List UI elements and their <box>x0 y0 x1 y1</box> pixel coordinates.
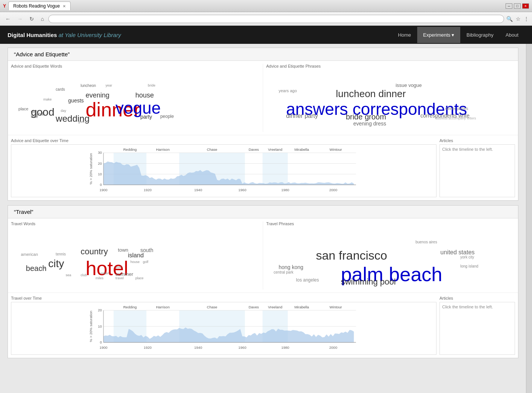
word-american: american <box>21 252 38 257</box>
topic-body-advice: Advice and Etiquette Wordsdinnervoguegoo… <box>8 61 518 135</box>
brand-part1: Digital Humanities <box>8 32 57 38</box>
phrases-cloud-travel: palm beachsan franciscoswimming poolunit… <box>266 228 515 289</box>
topic-body-travel: Travel Wordshotelcitycountrybeachislands… <box>8 218 518 292</box>
nav-home[interactable]: Home <box>392 27 417 43</box>
search-icon[interactable]: 🔍 <box>506 16 513 22</box>
sections-container: “Advice and Etiquette”Advice and Etiquet… <box>8 48 518 358</box>
window-controls: ─ □ ✕ <box>506 3 529 9</box>
svg-text:1900: 1900 <box>99 345 107 350</box>
word-place: place <box>19 107 28 111</box>
chart-label-travel: Travel over Time <box>11 296 436 300</box>
word-bride: bride <box>148 84 155 87</box>
chart-area-advice[interactable]: ReddingHarrisonChaseDavesVreelandMirabel… <box>11 144 436 197</box>
articles-box-advice[interactable]: Click the timeline to the left. <box>439 144 515 197</box>
word-york: york <box>116 266 122 269</box>
topic-header-advice: “Advice and Etiquette” <box>8 48 518 61</box>
chart-label-advice: Advice and Etiquette over Time <box>11 138 436 143</box>
svg-text:0: 0 <box>100 340 102 344</box>
phrase-buenos-aires: buenos aires <box>415 240 437 244</box>
svg-text:% > 20% saturation: % > 20% saturation <box>89 153 93 184</box>
url-input[interactable]: dh.library.yale.edu/projects/vogue/topic… <box>53 16 499 22</box>
word-country: country <box>81 248 108 256</box>
phrases-panel-advice: Advice and Etiquette Phrasesanswers corr… <box>266 64 515 132</box>
svg-text:2000: 2000 <box>329 345 337 350</box>
bookmark-icon[interactable]: ☆ <box>516 16 521 22</box>
svg-text:1980: 1980 <box>281 188 289 192</box>
reload-button[interactable]: ↻ <box>27 15 36 23</box>
articles-box-travel[interactable]: Click the timeline to the left. <box>439 302 515 355</box>
word-tennis: tennis <box>56 252 66 256</box>
site-brand: Digital Humanities at Yale University Li… <box>8 32 121 38</box>
phrase-dinner-party: dinner party <box>286 113 318 119</box>
main-content: “Advice and Etiquette”Advice and Etiquet… <box>0 44 526 393</box>
topic-section-travel: “Travel”Travel Wordshotelcitycountrybeac… <box>8 205 518 358</box>
word-house: house <box>136 92 154 99</box>
phrase-san-francisco: san francisco <box>316 249 387 261</box>
word-house: house <box>130 260 140 264</box>
phrase-swimming-pool: swimming pool <box>341 278 396 286</box>
back-button[interactable]: ← <box>3 15 13 23</box>
word-miles: miles <box>96 277 103 280</box>
scrollbar[interactable] <box>526 44 532 393</box>
svg-text:Mirabella: Mirabella <box>295 147 309 152</box>
svg-text:10: 10 <box>98 172 102 176</box>
svg-text:Redding: Redding <box>123 305 137 309</box>
svg-text:Redding: Redding <box>123 147 137 152</box>
svg-text:Vreeland: Vreeland <box>268 147 282 152</box>
address-bar[interactable]: dh.library.yale.edu/projects/vogue/topic… <box>48 15 504 23</box>
home-button[interactable]: ⌂ <box>39 15 46 23</box>
chart-section-travel: Travel over TimeReddingHarrisonChaseDave… <box>8 292 518 358</box>
phrase-los-angeles: los angeles <box>296 278 319 282</box>
nav-bibliography[interactable]: Bibliography <box>460 27 500 43</box>
phrase-central-park: central park <box>274 271 293 274</box>
menu-icon[interactable]: ⋮ <box>524 16 529 22</box>
word-place: place <box>136 277 144 280</box>
word-travel: travel <box>116 277 124 280</box>
svg-text:1960: 1960 <box>238 188 246 192</box>
svg-text:1940: 1940 <box>194 188 202 192</box>
svg-text:1920: 1920 <box>143 345 151 350</box>
browser-title-bar: Y Robots Reading Vogue ✕ ─ □ ✕ <box>0 0 532 12</box>
maximize-button[interactable]: □ <box>514 3 521 9</box>
nav-about[interactable]: About <box>500 27 524 43</box>
chart-area-travel[interactable]: ReddingHarrisonChaseDavesVreelandMirabel… <box>11 302 436 355</box>
word-vogue: vogue <box>116 100 161 116</box>
browser-tab[interactable]: Robots Reading Vogue ✕ <box>8 2 71 10</box>
word-guests: guests <box>68 98 84 103</box>
forward-button[interactable]: → <box>15 15 25 23</box>
browser-toolbar: ← → ↻ ⌂ dh.library.yale.edu/projects/vog… <box>0 12 532 26</box>
close-button[interactable]: ✕ <box>522 3 529 9</box>
chart-section-advice: Advice and Etiquette over TimeReddingHar… <box>8 135 518 200</box>
phrases-label-travel: Travel Phrases <box>266 221 515 226</box>
articles-panel-travel: ArticlesClick the timeline to the left. <box>439 296 515 355</box>
svg-text:30: 30 <box>98 150 102 155</box>
chart-container-travel: Travel over TimeReddingHarrisonChaseDave… <box>11 296 436 355</box>
nav-experiments[interactable]: Experiments ▾ <box>417 27 461 43</box>
phrase-issue-vogue: issue vogue <box>396 83 422 88</box>
svg-text:% > 20% saturation: % > 20% saturation <box>89 311 93 342</box>
svg-text:10: 10 <box>98 324 102 328</box>
minimize-button[interactable]: ─ <box>506 3 512 9</box>
svg-text:Daves: Daves <box>248 147 259 152</box>
svg-text:1920: 1920 <box>143 188 151 192</box>
word-sea: sea <box>66 274 71 277</box>
phrase-address-accompany-letters: address accompany letters <box>435 117 476 120</box>
articles-panel-advice: ArticlesClick the timeline to the left. <box>439 138 515 197</box>
svg-text:Harrison: Harrison <box>156 147 170 152</box>
word-city: city <box>48 258 64 269</box>
articles-label-advice: Articles <box>439 138 515 143</box>
word-luncheon: luncheon <box>81 84 96 88</box>
word-day: day <box>61 109 66 113</box>
site-navigation: Digital Humanities at Yale University Li… <box>0 26 532 44</box>
toolbar-icons: 🔍 ☆ ⋮ <box>506 16 529 22</box>
svg-text:1900: 1900 <box>99 188 107 192</box>
topic-header-travel: “Travel” <box>8 206 518 218</box>
phrase-evening-dress: evening dress <box>353 121 386 126</box>
word-golf: golf <box>143 260 148 264</box>
word-club: club <box>31 110 38 114</box>
tab-title: Robots Reading Vogue <box>13 3 60 9</box>
svg-text:2000: 2000 <box>329 188 337 192</box>
tab-close-button[interactable]: ✕ <box>63 4 66 8</box>
word-party: party <box>140 114 152 119</box>
articles-label-travel: Articles <box>439 296 515 300</box>
